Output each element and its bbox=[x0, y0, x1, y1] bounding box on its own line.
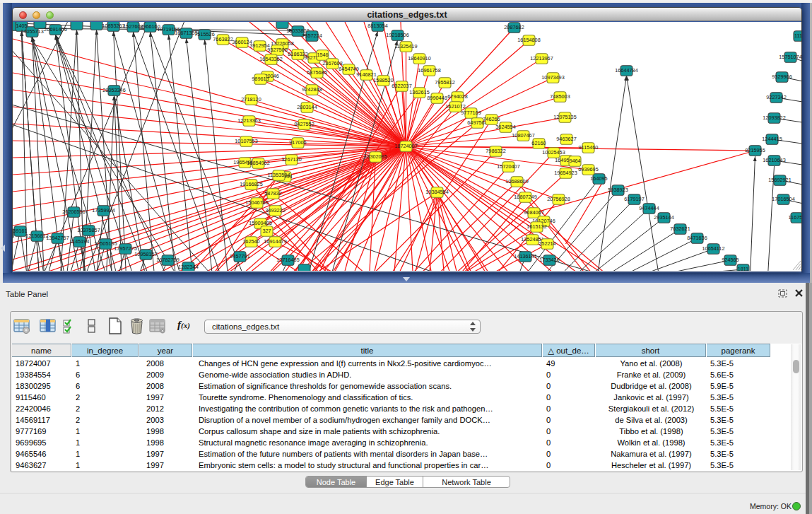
svg-text:16782759: 16782759 bbox=[156, 257, 179, 263]
svg-text:9327500: 9327500 bbox=[267, 47, 287, 53]
svg-text:17957275: 17957275 bbox=[114, 245, 136, 252]
svg-text:2718120: 2718120 bbox=[241, 96, 261, 103]
svg-text:19384554: 19384554 bbox=[425, 189, 448, 195]
svg-text:1733426: 1733426 bbox=[539, 257, 559, 263]
svg-text:17359924: 17359924 bbox=[92, 207, 114, 214]
svg-text:1282344: 1282344 bbox=[178, 264, 198, 270]
svg-text:9227342: 9227342 bbox=[766, 94, 786, 100]
svg-text:18724007: 18724007 bbox=[394, 143, 417, 149]
svg-text:9457791: 9457791 bbox=[230, 253, 249, 259]
svg-text:20756928: 20756928 bbox=[547, 196, 570, 202]
svg-text:3624554: 3624554 bbox=[495, 124, 515, 130]
svg-text:11353594: 11353594 bbox=[268, 172, 290, 178]
svg-text:18302095: 18302095 bbox=[364, 153, 387, 160]
svg-text:11325419: 11325419 bbox=[395, 43, 418, 49]
svg-text:10654112: 10654112 bbox=[702, 245, 725, 252]
svg-text:924565: 924565 bbox=[722, 257, 739, 263]
svg-text:19654923: 19654923 bbox=[554, 170, 577, 176]
svg-text:6794028: 6794028 bbox=[447, 93, 467, 100]
svg-text:9329966: 9329966 bbox=[772, 74, 792, 80]
svg-text:19218506: 19218506 bbox=[386, 32, 408, 38]
svg-text:9464: 9464 bbox=[569, 158, 580, 164]
svg-text:1588520: 1588520 bbox=[373, 77, 393, 83]
svg-text:6939695: 6939695 bbox=[578, 166, 598, 173]
svg-text:19166825: 19166825 bbox=[240, 181, 262, 187]
svg-text:3493222: 3493222 bbox=[265, 207, 285, 214]
svg-text:7986322: 7986322 bbox=[486, 148, 505, 154]
svg-text:16961758: 16961758 bbox=[418, 67, 440, 74]
svg-text:14136141: 14136141 bbox=[514, 253, 536, 259]
svg-text:6179197: 6179197 bbox=[624, 196, 644, 202]
svg-text:9115460: 9115460 bbox=[579, 144, 599, 151]
svg-text:8813054: 8813054 bbox=[367, 23, 387, 29]
svg-text:1145194: 1145194 bbox=[70, 238, 90, 245]
svg-text:1811: 1811 bbox=[738, 266, 749, 271]
svg-text:16210643: 16210643 bbox=[763, 157, 785, 163]
svg-text:2803144: 2803144 bbox=[297, 104, 317, 110]
svg-text:13942757: 13942757 bbox=[46, 235, 69, 241]
svg-text:15046786: 15046786 bbox=[245, 199, 268, 206]
svg-text:20691406: 20691406 bbox=[44, 26, 66, 33]
svg-text:10025453: 10025453 bbox=[542, 149, 565, 156]
svg-text:587832: 587832 bbox=[264, 190, 281, 197]
svg-text:12156812: 12156812 bbox=[25, 233, 48, 239]
svg-text:5938923: 5938923 bbox=[608, 187, 628, 193]
svg-text:10107553: 10107553 bbox=[235, 138, 257, 144]
svg-text:16914479: 16914479 bbox=[264, 238, 286, 245]
svg-text:9242848: 9242848 bbox=[302, 86, 322, 93]
svg-text:12213363: 12213363 bbox=[237, 117, 260, 124]
svg-text:20206556: 20206556 bbox=[62, 209, 85, 215]
svg-text:16543362: 16543362 bbox=[259, 56, 282, 62]
svg-text:10853267: 10853267 bbox=[102, 23, 124, 29]
svg-text:18640910: 18640910 bbox=[408, 55, 430, 62]
svg-text:16854962: 16854962 bbox=[247, 160, 269, 166]
svg-text:7515526: 7515526 bbox=[194, 31, 214, 37]
svg-text:62160: 62160 bbox=[531, 140, 546, 146]
svg-text:917006: 917006 bbox=[289, 139, 306, 146]
svg-text:3267130: 3267130 bbox=[281, 156, 301, 163]
svg-text:15720407: 15720407 bbox=[497, 163, 519, 170]
svg-text:7663822: 7663822 bbox=[213, 36, 233, 42]
svg-text:746266: 746266 bbox=[483, 116, 500, 122]
svg-text:7955812: 7955812 bbox=[435, 79, 454, 86]
svg-text:327: 327 bbox=[262, 228, 271, 234]
svg-text:762540: 762540 bbox=[242, 238, 259, 245]
svg-text:12213967: 12213967 bbox=[530, 55, 553, 62]
svg-text:5875685: 5875685 bbox=[307, 69, 326, 76]
svg-text:7357224: 7357224 bbox=[302, 33, 322, 39]
svg-text:9084067: 9084067 bbox=[524, 209, 543, 216]
svg-text:15751074: 15751074 bbox=[779, 54, 801, 60]
svg-text:10688609: 10688609 bbox=[505, 178, 528, 185]
svg-text:2087682: 2087682 bbox=[504, 24, 524, 30]
svg-text:1621072: 1621072 bbox=[445, 103, 465, 110]
svg-text:10807467: 10807467 bbox=[512, 132, 534, 139]
svg-text:9777169: 9777169 bbox=[461, 110, 481, 116]
svg-text:7632621: 7632621 bbox=[670, 226, 690, 232]
svg-text:7485003: 7485003 bbox=[550, 93, 570, 100]
svg-text:18807249: 18807249 bbox=[514, 194, 536, 200]
svg-text:1546: 1546 bbox=[317, 52, 328, 58]
svg-text:8215955: 8215955 bbox=[745, 147, 765, 153]
svg-text:164095: 164095 bbox=[590, 175, 607, 182]
svg-text:16154808: 16154808 bbox=[517, 37, 540, 43]
svg-text:12975135: 12975135 bbox=[553, 114, 576, 120]
svg-text:10958157: 10958157 bbox=[134, 251, 157, 257]
svg-text:28053346: 28053346 bbox=[102, 87, 125, 93]
svg-text:9463627: 9463627 bbox=[556, 136, 576, 142]
svg-text:8471636: 8471636 bbox=[687, 235, 707, 241]
svg-text:13716485: 13716485 bbox=[276, 257, 299, 263]
svg-text:6322037: 6322037 bbox=[392, 83, 411, 89]
svg-text:989613: 989613 bbox=[252, 76, 269, 82]
svg-text:10973493: 10973493 bbox=[541, 74, 564, 81]
svg-text:116753: 116753 bbox=[789, 214, 801, 221]
svg-text:1244415: 1244415 bbox=[762, 136, 782, 142]
svg-text:17016504: 17016504 bbox=[772, 196, 794, 202]
svg-text:1615132: 1615132 bbox=[526, 223, 546, 230]
svg-text:8427552: 8427552 bbox=[294, 121, 314, 127]
svg-text:15909485: 15909485 bbox=[249, 220, 271, 226]
svg-text:15692921: 15692921 bbox=[768, 177, 791, 183]
svg-text:2935144: 2935144 bbox=[654, 214, 673, 221]
svg-text:16644784: 16644784 bbox=[615, 67, 637, 74]
svg-text:9474444: 9474444 bbox=[639, 205, 659, 211]
svg-text:8990448: 8990448 bbox=[427, 95, 447, 101]
